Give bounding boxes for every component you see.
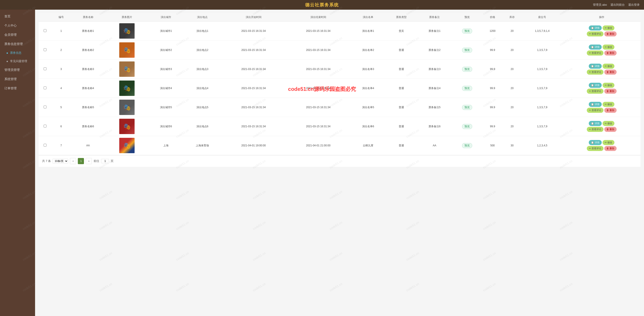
row-name: AA xyxy=(70,136,106,155)
status-badge: 预览 xyxy=(462,48,472,53)
sidebar-item-personal[interactable]: 个人中心 xyxy=(0,21,35,30)
review-button[interactable]: ✏ 查看评论 xyxy=(587,89,604,94)
bg-watermark-item: code51.cn xyxy=(482,251,496,261)
ticket-image: 🎭 xyxy=(119,119,134,134)
row-price: 1200 xyxy=(482,22,503,41)
bg-watermark-item: code51.cn xyxy=(329,190,343,200)
row-checkbox[interactable] xyxy=(44,67,46,70)
review-button[interactable]: ✏ 查看评论 xyxy=(587,108,604,113)
row-image-cell: 🎭 xyxy=(106,136,148,155)
sidebar-sub-item-faq[interactable]: 常见问题管理 xyxy=(0,57,35,65)
edit-button[interactable]: ✏ 修改 xyxy=(602,83,614,88)
row-type: 普通 xyxy=(386,98,417,117)
action-line-2: ✏ 查看评论🗑 删除 xyxy=(564,51,639,56)
row-end: 2021-03-15 16:31:34 xyxy=(286,41,350,60)
row-checkbox[interactable] xyxy=(44,87,46,89)
col-start: 演出开始时间 xyxy=(221,13,286,22)
row-checkbox-cell xyxy=(38,41,52,60)
row-price: 99.9 xyxy=(482,60,503,79)
row-end: 2021-03-15 16:31:34 xyxy=(286,79,350,98)
bg-watermark-item: code51.cn xyxy=(329,220,343,231)
row-checkbox[interactable] xyxy=(44,144,46,147)
bg-watermark-item: code51.cn xyxy=(482,190,496,200)
delete-button[interactable]: 🗑 删除 xyxy=(604,51,616,56)
bg-watermark-item: code51.cn xyxy=(252,190,266,200)
detail-button[interactable]: 📋 详情 xyxy=(589,140,602,145)
bg-watermark-item: code51.cn xyxy=(35,251,36,261)
delete-button[interactable]: 🗑 删除 xyxy=(604,70,616,75)
page-1-btn[interactable]: 1 xyxy=(78,158,84,164)
review-button[interactable]: ✏ 查看评论 xyxy=(587,146,604,151)
row-image-cell: 🎭 xyxy=(106,117,148,136)
row-start: 2021-04-01 19:00:00 xyxy=(221,136,286,155)
row-stock: 20 xyxy=(502,22,522,41)
logout-link[interactable]: 退出登录 xyxy=(628,3,640,7)
row-remark: 票务备注4 xyxy=(417,79,452,98)
row-status-cell: 预览 xyxy=(452,60,482,79)
page-input[interactable] xyxy=(101,159,109,163)
row-cast: 演出名单5 xyxy=(351,98,386,117)
sidebar-item-admin-mgmt[interactable]: 管理员管理 xyxy=(0,65,35,75)
sidebar-item-sys-mgmt[interactable]: 系统管理 xyxy=(0,75,35,84)
action-line-2: ✏ 查看评论🗑 删除 xyxy=(564,108,639,113)
row-start: 2021-03-15 16:31:34 xyxy=(221,117,286,136)
row-checkbox[interactable] xyxy=(44,48,46,51)
delete-button[interactable]: 🗑 删除 xyxy=(604,127,616,132)
status-badge: 预览 xyxy=(462,86,472,91)
edit-button[interactable]: ✏ 修改 xyxy=(602,140,614,145)
detail-button[interactable]: 📋 详情 xyxy=(589,102,602,107)
row-price: 99.9 xyxy=(482,117,503,136)
bg-watermark-item: code51.cn xyxy=(35,67,36,77)
bg-watermark-item: code51.cn xyxy=(35,98,36,108)
edit-button[interactable]: ✏ 修改 xyxy=(602,26,614,31)
row-remark: AA xyxy=(417,136,452,155)
row-checkbox[interactable] xyxy=(44,125,46,128)
row-checkbox[interactable] xyxy=(44,106,46,108)
app-title: 德云社票务系统 xyxy=(305,2,339,8)
bg-watermark-item: code51.cn xyxy=(406,251,420,261)
col-checkbox xyxy=(38,13,52,22)
table-row: 2票务名称2🎭演出城市2演出地点22021-03-15 16:31:342021… xyxy=(38,41,640,60)
row-id: 1 xyxy=(52,22,70,41)
review-button[interactable]: ✏ 查看评论 xyxy=(587,127,604,132)
delete-button[interactable]: 🗑 删除 xyxy=(604,89,616,94)
row-checkbox[interactable] xyxy=(44,29,46,32)
delete-button[interactable]: 🗑 删除 xyxy=(604,31,616,37)
sidebar-home-label: 首页 xyxy=(4,15,10,18)
action-line-1: 📋 详情✏ 修改 xyxy=(564,64,639,69)
detail-button[interactable]: 📋 详情 xyxy=(589,83,602,88)
col-cast: 演出名单 xyxy=(351,13,386,22)
detail-button[interactable]: 📋 详情 xyxy=(589,121,602,126)
detail-button[interactable]: 📋 详情 xyxy=(589,64,602,69)
sidebar-item-ticket-info-mgmt[interactable]: 票务信息管理 xyxy=(0,40,35,49)
review-button[interactable]: ✏ 查看评论 xyxy=(587,70,604,75)
sidebar-item-order-mgmt[interactable]: 订单管理 xyxy=(0,84,35,93)
edit-button[interactable]: ✏ 修改 xyxy=(602,102,614,107)
sidebar-item-home[interactable]: 首页 xyxy=(0,12,35,21)
detail-button[interactable]: 📋 详情 xyxy=(589,26,602,31)
row-end: 2021-03-15 16:31:34 xyxy=(286,117,350,136)
sidebar-item-members[interactable]: 会员管理 xyxy=(0,30,35,40)
delete-button[interactable]: 🗑 删除 xyxy=(604,146,616,151)
sidebar-dot-faq xyxy=(6,61,8,62)
next-page-btn[interactable]: › xyxy=(86,158,92,164)
back-to-frontend-link[interactable]: 退出到前台 xyxy=(610,3,625,7)
row-location: 演出地点2 xyxy=(184,41,221,60)
review-button[interactable]: ✏ 查看评论 xyxy=(587,31,604,37)
prev-page-btn[interactable]: ‹ xyxy=(70,158,76,164)
row-seat: 1,3,5,7,9 xyxy=(522,41,563,60)
edit-button[interactable]: ✏ 修改 xyxy=(602,121,614,126)
edit-button[interactable]: ✏ 修改 xyxy=(602,64,614,69)
detail-button[interactable]: 📋 详情 xyxy=(589,45,602,50)
row-checkbox-cell xyxy=(38,117,52,136)
edit-button[interactable]: ✏ 修改 xyxy=(602,45,614,50)
col-type: 票务类型 xyxy=(386,13,417,22)
row-actions: 📋 详情✏ 修改✏ 查看评论🗑 删除 xyxy=(563,79,640,98)
ticket-table: 编号 票务名称 票务图片 演出城市 演出地点 演出开始时间 演出结束时间 演出名… xyxy=(38,13,640,155)
sidebar-sub-item-ticket-info[interactable]: 票务信息 xyxy=(0,49,35,57)
row-start: 2021-03-15 16:31:34 xyxy=(221,79,286,98)
delete-button[interactable]: 🗑 删除 xyxy=(604,108,616,113)
row-checkbox-cell xyxy=(38,79,52,98)
page-size-select[interactable]: 10条/页 20条/页 50条/页 xyxy=(52,159,68,163)
review-button[interactable]: ✏ 查看评论 xyxy=(587,51,604,56)
